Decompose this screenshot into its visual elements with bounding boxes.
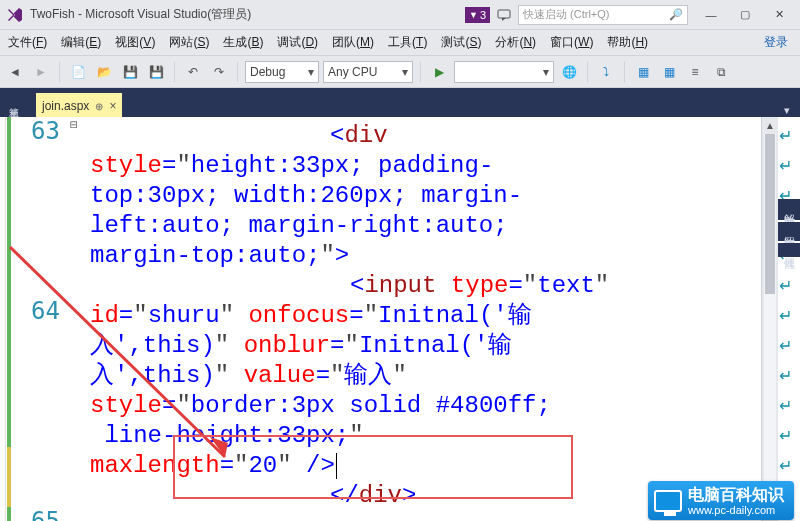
- platform-select[interactable]: Any CPU: [323, 61, 413, 83]
- vertical-scrollbar[interactable]: ▲ ▭ ▼: [761, 117, 778, 521]
- titlebar-center: 3 快速启动 (Ctrl+Q): [251, 5, 694, 25]
- undo-button[interactable]: ↶: [182, 61, 204, 83]
- tab-filename: join.aspx: [42, 99, 89, 113]
- wrap-indicators: ↵↵↵↵↵ ↵↵↵↵↵ ↵↵↵: [779, 121, 792, 511]
- tab-strip: 工具箱 join.aspx ⊕ × ▾: [0, 91, 800, 117]
- line-number: 63: [12, 117, 66, 147]
- window-buttons: — ▢ ✕: [694, 4, 796, 26]
- monitor-icon: [654, 490, 682, 512]
- fold-toggle-icon[interactable]: ⊟: [66, 117, 82, 147]
- open-file-button[interactable]: 📂: [93, 61, 115, 83]
- redo-button[interactable]: ↷: [208, 61, 230, 83]
- save-all-button[interactable]: 💾: [145, 61, 167, 83]
- line-number: 64: [12, 297, 66, 327]
- menu-help[interactable]: 帮助(H): [603, 32, 652, 53]
- tab-overflow-button[interactable]: ▾: [774, 104, 800, 117]
- toolbar: ◄ ► 📄 📂 💾 💾 ↶ ↷ Debug Any CPU ▶ 🌐 ⤵ ▦ ▦ …: [0, 56, 800, 88]
- configuration-select[interactable]: Debug: [245, 61, 319, 83]
- window-title: TwoFish - Microsoft Visual Studio(管理员): [30, 6, 251, 23]
- line-number: 65: [12, 507, 66, 521]
- solution-explorer-tab[interactable]: 解决方案资源管理器: [778, 199, 800, 220]
- menu-debug[interactable]: 调试(D): [273, 32, 322, 53]
- menu-build[interactable]: 生成(B): [219, 32, 267, 53]
- close-button[interactable]: ✕: [762, 4, 796, 26]
- save-button[interactable]: 💾: [119, 61, 141, 83]
- step-button[interactable]: ⤵: [595, 61, 617, 83]
- file-tab-join-aspx[interactable]: join.aspx ⊕ ×: [36, 93, 122, 117]
- svg-rect-0: [498, 10, 510, 18]
- minimize-button[interactable]: —: [694, 4, 728, 26]
- scroll-up-icon[interactable]: ▲: [762, 117, 778, 134]
- team-explorer-tab[interactable]: 团队资源管理器: [778, 222, 800, 241]
- scroll-thumb[interactable]: [765, 134, 775, 294]
- menu-website[interactable]: 网站(S): [165, 32, 213, 53]
- tab-close-icon[interactable]: ×: [109, 99, 116, 113]
- separator-icon: [587, 62, 588, 82]
- new-file-button[interactable]: 📄: [67, 61, 89, 83]
- separator-icon: [624, 62, 625, 82]
- start-debug-button[interactable]: ▶: [428, 61, 450, 83]
- watermark-url: www.pc-daily.com: [688, 504, 784, 516]
- format-button[interactable]: ≡: [684, 61, 706, 83]
- watermark-logo: 电脑百科知识 www.pc-daily.com: [648, 481, 794, 520]
- separator-icon: [237, 62, 238, 82]
- titlebar: TwoFish - Microsoft Visual Studio(管理员) 3…: [0, 0, 800, 30]
- nav-forward-button[interactable]: ►: [30, 61, 52, 83]
- tab-pin-icon[interactable]: ⊕: [95, 101, 103, 112]
- properties-tab[interactable]: 属性: [778, 243, 800, 257]
- right-side-tabs: 解决方案资源管理器 团队资源管理器 属性: [778, 199, 800, 257]
- maximize-button[interactable]: ▢: [728, 4, 762, 26]
- menu-window[interactable]: 窗口(W): [546, 32, 597, 53]
- menu-analyze[interactable]: 分析(N): [491, 32, 540, 53]
- vs-logo-icon: [6, 6, 24, 24]
- menubar: 文件(F) 编辑(E) 视图(V) 网站(S) 生成(B) 调试(D) 团队(M…: [0, 30, 800, 56]
- bookmark-button[interactable]: ⧉: [710, 61, 732, 83]
- menu-file[interactable]: 文件(F): [4, 32, 51, 53]
- notification-badge[interactable]: 3: [465, 7, 490, 23]
- nav-back-button[interactable]: ◄: [4, 61, 26, 83]
- quick-launch-input[interactable]: 快速启动 (Ctrl+Q): [518, 5, 688, 25]
- separator-icon: [174, 62, 175, 82]
- annotation-highlight-box: [173, 435, 573, 499]
- run-target-select[interactable]: [454, 61, 554, 83]
- menu-view[interactable]: 视图(V): [111, 32, 159, 53]
- watermark-name: 电脑百科知识: [688, 486, 784, 503]
- sign-in-link[interactable]: 登录: [764, 34, 796, 51]
- menu-test[interactable]: 测试(S): [437, 32, 485, 53]
- menu-team[interactable]: 团队(M): [328, 32, 378, 53]
- feedback-icon[interactable]: [496, 7, 512, 23]
- menu-edit[interactable]: 编辑(E): [57, 32, 105, 53]
- separator-icon: [420, 62, 421, 82]
- menu-tools[interactable]: 工具(T): [384, 32, 431, 53]
- separator-icon: [59, 62, 60, 82]
- editor-area: 63⊟ 64 65 <div style="height:33px; paddi…: [0, 117, 800, 521]
- toolbox-side-tab[interactable]: 工具箱: [2, 91, 24, 117]
- uncomment-button[interactable]: ▦: [658, 61, 680, 83]
- comment-button[interactable]: ▦: [632, 61, 654, 83]
- quick-launch-placeholder: 快速启动 (Ctrl+Q): [523, 7, 609, 22]
- browser-select-button[interactable]: 🌐: [558, 61, 580, 83]
